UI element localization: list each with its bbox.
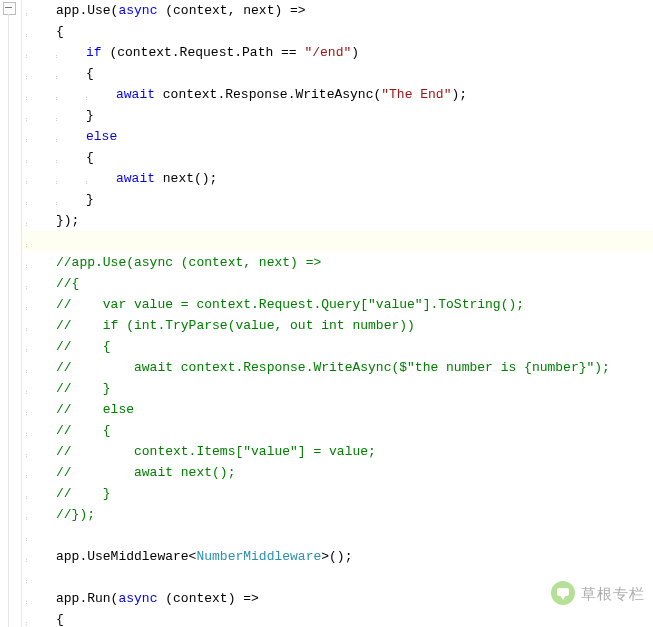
code-line: //app.Use(async (context, next) =>	[24, 252, 653, 273]
code-line: // var value = context.Request.Query["va…	[24, 294, 653, 315]
code-line: // context.Items["value"] = value;	[24, 441, 653, 462]
code-line	[24, 525, 653, 546]
code-line: // }	[24, 483, 653, 504]
code-line: });	[24, 210, 653, 231]
code-line: // if (int.TryParse(value, out int numbe…	[24, 315, 653, 336]
code-line: {	[24, 147, 653, 168]
code-line: // else	[24, 399, 653, 420]
code-line: app.UseMiddleware<NumberMiddleware>();	[24, 546, 653, 567]
code-line	[24, 567, 653, 588]
code-line: // await context.Response.WriteAsync($"t…	[24, 357, 653, 378]
code-line: }	[24, 189, 653, 210]
code-line: if (context.Request.Path == "/end")	[24, 42, 653, 63]
code-line: else	[24, 126, 653, 147]
code-line: // {	[24, 420, 653, 441]
code-line: {	[24, 609, 653, 627]
code-line: await context.Response.WriteAsync("The E…	[24, 84, 653, 105]
code-line: app.Use(async (context, next) =>	[24, 0, 653, 21]
code-line: // {	[24, 336, 653, 357]
code-line: app.Run(async (context) =>	[24, 588, 653, 609]
code-line: {	[24, 21, 653, 42]
code-line	[24, 231, 653, 252]
code-editor: app.Use(async (context, next) =>{if (con…	[0, 0, 653, 627]
code-line: }	[24, 105, 653, 126]
code-line: // await next();	[24, 462, 653, 483]
code-line: //});	[24, 504, 653, 525]
fold-gutter[interactable]	[0, 0, 22, 627]
code-line: await next();	[24, 168, 653, 189]
code-line: //{	[24, 273, 653, 294]
code-area[interactable]: app.Use(async (context, next) =>{if (con…	[22, 0, 653, 627]
code-line: {	[24, 63, 653, 84]
code-line: // }	[24, 378, 653, 399]
